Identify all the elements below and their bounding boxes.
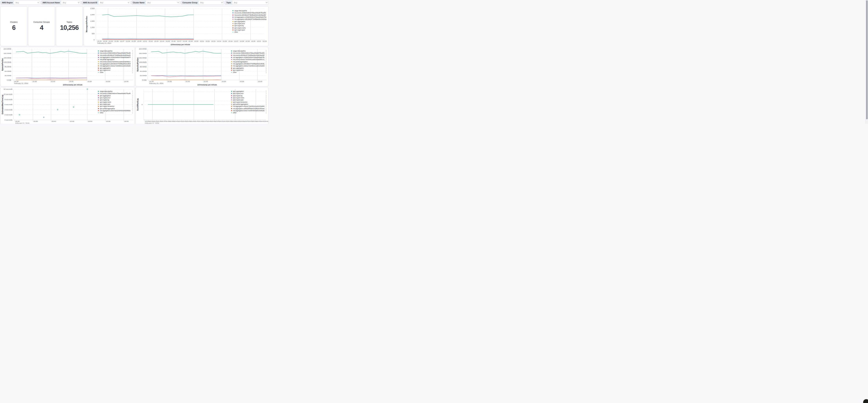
legend-item-actions-icon[interactable]: ⋮ [132, 69, 133, 71]
legend-item[interactable]: mis.aggregation.aaf96ddf05ab4142afb20cd0… [231, 107, 267, 109]
legend-item[interactable]: apm.ingest.transaction⋮ [231, 101, 267, 103]
legend-item-actions-icon[interactable]: ⋮ [266, 108, 267, 109]
legend-item-actions-icon[interactable]: ⋮ [266, 61, 267, 63]
legend-item[interactable]: apm.aggregation⋮ [231, 67, 267, 69]
legend-item-actions-icon[interactable]: ⋮ [132, 112, 133, 113]
legend-item-actions-icon[interactable]: ⋮ [132, 97, 133, 99]
legend-item-actions-icon[interactable]: ⋮ [266, 71, 267, 73]
legend-item[interactable]: mis.partial.aggregation⋮ [98, 59, 133, 61]
legend-item[interactable]: Other⋮ [232, 31, 268, 33]
legend-item[interactable]: apm.ingest.error⋮ [98, 69, 133, 71]
legend-item-actions-icon[interactable]: ⋮ [266, 63, 267, 65]
legend-item[interactable]: mis.aggregation.c0398cfe955447b8ae905a85… [98, 56, 133, 59]
legend-item[interactable]: usage-data-pipeline⋮ [98, 90, 133, 93]
legend-item-actions-icon[interactable]: ⋮ [266, 59, 267, 60]
legend-item[interactable]: apm.ingest.span⋮ [231, 99, 267, 101]
filter-aws-account-id[interactable]: AWS Account ID Any [82, 1, 130, 5]
legend-item[interactable]: mis.aggregation.c0398cfe955447b8ae905a85… [231, 56, 267, 59]
legend-item[interactable]: apm.aggregation⋮ [98, 95, 133, 97]
legend-item-actions-icon[interactable]: ⋮ [266, 101, 267, 103]
legend-item-actions-icon[interactable]: ⋮ [132, 57, 133, 58]
filter-aws-account-name[interactable]: AWS Account Name Any [41, 1, 81, 5]
legend-item-actions-icon[interactable]: ⋮ [266, 91, 267, 92]
legend-item-actions-icon[interactable]: ⋮ [268, 31, 268, 33]
filter-topic[interactable]: Topic Any [225, 1, 268, 5]
legend-item[interactable]: usage-data-pipeline⋮ [232, 10, 268, 12]
legend-item[interactable]: mis.events.e5fc0b6c877948fba94bc618b3bae… [232, 14, 268, 16]
filter-aws-region[interactable]: AWS Region Any [0, 1, 40, 5]
legend-item[interactable]: apm.aggregation⋮ [231, 90, 267, 93]
legend-item-actions-icon[interactable]: ⋮ [266, 97, 267, 99]
legend-item-actions-icon[interactable]: ⋮ [268, 16, 268, 18]
legend-item[interactable]: Other⋮ [231, 71, 267, 73]
legend-item[interactable]: apm.ingest.metric⋮ [98, 101, 133, 103]
legend-item[interactable]: mis.aggregation.a00575a3220d4d16a4b568b9… [98, 110, 133, 112]
legend-item[interactable]: mis.aggregation.c0398cfe955447b8ae905a85… [232, 16, 268, 18]
legend-item[interactable]: mis.events.e5fc0b6c877948fba94bc618b3bae… [231, 54, 267, 56]
legend-item-actions-icon[interactable]: ⋮ [268, 12, 268, 14]
legend-item-actions-icon[interactable]: ⋮ [266, 69, 267, 71]
legend-item[interactable]: apm.ingest.log⋮ [231, 95, 267, 97]
legend-item[interactable]: mis.events.a3eea172e9364e1ea94220a6990cc… [98, 61, 133, 63]
legend-item[interactable]: mis.aggregation.e5fc0b6c877948fba94bc618… [232, 18, 268, 20]
legend-item-actions-icon[interactable]: ⋮ [266, 110, 267, 111]
legend-item-actions-icon[interactable]: ⋮ [268, 29, 268, 31]
legend-item[interactable]: mis.aggregation.e5fc0b6c877948fba94bc618… [231, 63, 267, 65]
filter-consumer-group[interactable]: Consumer Group Any [181, 1, 224, 5]
legend-item-actions-icon[interactable]: ⋮ [132, 95, 133, 97]
legend-item[interactable]: mis.aggregation.a3eea172e9364e1ea94220a6… [231, 105, 267, 107]
legend-item-actions-icon[interactable]: ⋮ [268, 10, 268, 12]
legend-item[interactable]: mis.partial.aggregation⋮ [231, 61, 267, 63]
legend-item-actions-icon[interactable]: ⋮ [132, 55, 133, 56]
legend-item-actions-icon[interactable]: ⋮ [132, 71, 133, 73]
legend-item[interactable]: mis.aggregation.a3eea172e9364e1ea94220a6… [231, 65, 267, 67]
legend-item-actions-icon[interactable]: ⋮ [132, 50, 133, 52]
legend-item[interactable]: mis.aggregation.bc6217cee6f44503a6014e0b… [231, 110, 267, 112]
legend-item-actions-icon[interactable]: ⋮ [132, 93, 133, 94]
legend-item[interactable]: mis.events.c0398cfe955447b8ae905a857f91a… [232, 12, 268, 14]
legend-item-actions-icon[interactable]: ⋮ [266, 55, 267, 56]
legend-item[interactable]: Other⋮ [231, 112, 267, 114]
legend-item[interactable]: Other⋮ [98, 112, 133, 114]
legend-item-actions-icon[interactable]: ⋮ [132, 65, 133, 67]
legend-item[interactable]: apm.ingest.span⋮ [98, 103, 133, 105]
filter-value-select[interactable]: Any [61, 1, 77, 4]
legend-item[interactable]: usage-data-pipeline⋮ [231, 50, 267, 52]
legend-item-actions-icon[interactable]: ⋮ [266, 57, 267, 58]
legend-item-actions-icon[interactable]: ⋮ [266, 93, 267, 94]
legend-item-actions-icon[interactable]: ⋮ [268, 19, 268, 20]
legend-item[interactable]: mis.events.c0398cfe955447b8ae905a857f91a… [98, 93, 133, 95]
legend-item[interactable]: apm.ingest.metric⋮ [232, 27, 268, 29]
legend-item-actions-icon[interactable]: ⋮ [132, 91, 133, 92]
legend-item-actions-icon[interactable]: ⋮ [266, 50, 267, 52]
filter-value-select[interactable]: Any [199, 1, 220, 4]
legend-item[interactable]: Other⋮ [98, 71, 133, 73]
legend-item-actions-icon[interactable]: ⋮ [132, 59, 133, 60]
legend-item-actions-icon[interactable]: ⋮ [132, 63, 133, 65]
legend-item[interactable]: apm.aggregation⋮ [98, 67, 133, 69]
legend-item-actions-icon[interactable]: ⋮ [266, 52, 267, 54]
legend-item[interactable]: apm.ingest.metric⋮ [231, 97, 267, 99]
filter-value-select[interactable]: Any [232, 1, 265, 4]
legend-item-actions-icon[interactable]: ⋮ [268, 23, 268, 25]
legend-item-actions-icon[interactable]: ⋮ [266, 99, 267, 101]
legend-item-actions-icon[interactable]: ⋮ [266, 67, 267, 69]
filter-cluster-name[interactable]: Cluster Name Any [131, 1, 180, 5]
legend-item-actions-icon[interactable]: ⋮ [132, 101, 133, 103]
legend-item[interactable]: apm.ingest.log⋮ [98, 99, 133, 101]
legend-item-actions-icon[interactable]: ⋮ [132, 61, 133, 63]
legend-item-actions-icon[interactable]: ⋮ [266, 103, 267, 105]
legend-item[interactable]: usage-data-pipeline⋮ [98, 50, 133, 52]
legend-item-actions-icon[interactable]: ⋮ [266, 105, 267, 107]
legend-item[interactable]: apm.ingest.log⋮ [232, 25, 268, 27]
legend-item[interactable]: apm.ingest.error⋮ [231, 93, 267, 95]
legend-item[interactable]: apm.ingest.error⋮ [98, 97, 133, 99]
legend-item-actions-icon[interactable]: ⋮ [132, 67, 133, 69]
legend-item-actions-icon[interactable]: ⋮ [268, 27, 268, 29]
legend-item[interactable]: apm.ingest.error⋮ [232, 23, 268, 25]
legend-item[interactable]: mis.events.c0398cfe955447b8ae905a857f91a… [231, 52, 267, 54]
legend-item-actions-icon[interactable]: ⋮ [266, 65, 267, 67]
legend-item[interactable]: apm.aggregation⋮ [232, 20, 268, 22]
legend-item[interactable]: apm.partial.aggregation⋮ [231, 103, 267, 105]
legend-item-actions-icon[interactable]: ⋮ [266, 95, 267, 97]
